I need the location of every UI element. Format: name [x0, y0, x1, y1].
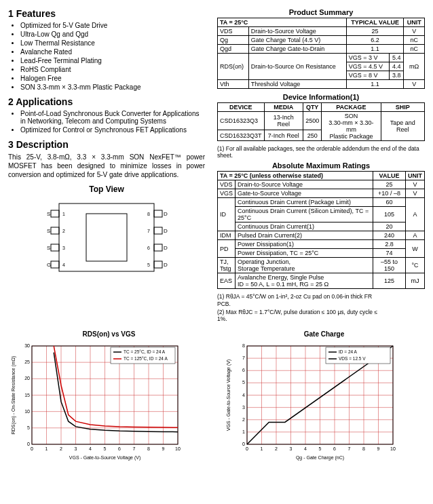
chart-rdson-title: RDS(on) vs VGS [8, 330, 210, 338]
topview-label: Top View [8, 185, 205, 194]
am-param: Power Dissipation, TC = 25°C [236, 249, 373, 258]
ps-param: Drain-to-Source Voltage [248, 27, 346, 36]
am-param: Drain-to-Source Voltage [236, 180, 373, 189]
features-list: Optimized for 5-V Gate Drive Ultra-Low Q… [20, 22, 205, 91]
svg-text:Qg - Gate Charge (nC): Qg - Gate Charge (nC) [296, 455, 344, 461]
am-param: Continuous Drain Current (Silicon Limite… [236, 207, 373, 222]
svg-text:S: S [47, 211, 50, 217]
svg-text:3: 3 [242, 405, 245, 410]
svg-text:6: 6 [242, 368, 245, 372]
svg-rect-16 [154, 227, 162, 234]
di-head-ship: SHIP [381, 103, 424, 112]
svg-text:RDS(on) - On-State Resistance : RDS(on) - On-State Resistance (mΩ) [11, 356, 16, 435]
svg-text:TC = 25°C, ID = 24 A: TC = 25°C, ID = 24 A [124, 349, 166, 354]
svg-text:15: 15 [24, 393, 30, 398]
ps-unit: V [404, 27, 425, 36]
device-info-table: DEVICE MEDIA QTY PACKAGE SHIP CSD16323Q3… [217, 102, 425, 141]
svg-text:4: 4 [242, 393, 245, 398]
ps-cond-v: VGS = 8 V [346, 71, 389, 80]
svg-text:1: 1 [242, 429, 245, 434]
ps-param: Threshold Voltage [248, 80, 346, 89]
am-param: Gate-to-Source Voltage [236, 189, 373, 198]
application-item: Optimized for Control or Synchronous FET… [20, 126, 205, 134]
ps-col-unit: UNIT [404, 18, 425, 27]
feature-item: SON 3.3-mm × 3.3-mm Plastic Package [20, 83, 205, 91]
svg-text:10: 10 [175, 446, 181, 451]
applications-heading: 2 Applications [8, 96, 205, 107]
abs-max-note2: (2) Max RθJC = 1.7°C/W, pulse duration ≤… [217, 309, 425, 322]
svg-text:D: D [164, 211, 168, 217]
abs-max-note1: (1) RθJA = 45°C/W on 1-in², 2-oz Cu pad … [217, 293, 425, 307]
svg-text:5: 5 [147, 263, 150, 267]
device-info-note: (1) For all available packages, see the … [217, 145, 425, 159]
svg-text:1: 1 [45, 446, 48, 451]
topview-diagram: S S S G 12 34 D D D D 87 65 [45, 197, 168, 278]
am-val: –55 to 150 [373, 258, 406, 273]
am-sym: EAS [218, 273, 236, 289]
svg-text:2: 2 [242, 417, 245, 422]
am-val: 2.8 [373, 240, 406, 249]
am-sym: TJ, Tstg [218, 258, 236, 273]
ps-val: 1.1 [346, 80, 404, 89]
am-sym: IDM [218, 231, 236, 240]
svg-text:5: 5 [104, 446, 107, 451]
svg-rect-20 [154, 261, 162, 268]
am-unit: A [405, 198, 424, 231]
feature-item: Low Thermal Resistance [20, 39, 205, 47]
svg-text:5: 5 [27, 425, 30, 430]
di-media: 13-Inch Reel [264, 112, 303, 130]
ps-param: Drain-to-Source On Resistance [248, 54, 346, 80]
applications-list: Point-of-Load Synchronous Buck Converter… [20, 110, 205, 134]
di-pkg: SON 3.30-mm × 3.30-mm Plastic Package [322, 112, 381, 141]
svg-text:D: D [164, 262, 168, 268]
svg-text:8: 8 [362, 446, 365, 451]
am-val: 60 [373, 198, 406, 207]
ps-cond: TA = 25°C [218, 18, 347, 27]
svg-rect-14 [154, 210, 162, 217]
feature-item: Ultra-Low Qg and Qgd [20, 31, 205, 38]
di-head-media: MEDIA [264, 103, 303, 112]
di-dev: CSD16323Q3 [218, 112, 265, 130]
svg-text:D: D [164, 245, 168, 251]
ps-unit: mΩ [404, 54, 425, 80]
chart-rdson: 012345678910051015202530VGS - Gate-to-So… [8, 339, 185, 461]
svg-text:0: 0 [246, 446, 248, 451]
am-param: Continuous Drain Current(1) [236, 222, 373, 231]
svg-text:2: 2 [60, 446, 62, 451]
ps-unit: V [404, 80, 425, 89]
abs-max-title: Absolute Maximum Ratings [217, 161, 425, 170]
svg-text:VDS = 12.5 V: VDS = 12.5 V [339, 356, 366, 361]
svg-text:20: 20 [24, 376, 30, 381]
feature-item: RoHS Compliant [20, 66, 205, 73]
ps-sym: Qg [218, 36, 249, 45]
svg-text:9: 9 [377, 446, 380, 451]
svg-text:2: 2 [62, 229, 65, 233]
ps-unit: nC [404, 45, 425, 54]
ps-param: Gate Charge Total (4.5 V) [248, 36, 346, 45]
svg-text:7: 7 [133, 446, 136, 451]
svg-text:2: 2 [275, 446, 278, 451]
svg-text:VGS - Gate-to-Source Voltage (: VGS - Gate-to-Source Voltage (V) [226, 360, 231, 431]
svg-text:G: G [47, 262, 51, 268]
svg-text:4: 4 [304, 446, 307, 451]
am-val: 74 [373, 249, 406, 258]
di-qty: 2500 [303, 112, 322, 130]
am-param: Continuous Drain Current (Package Limit) [236, 198, 373, 207]
am-unit: V [405, 180, 424, 189]
am-param: Avalanche Energy, Single Pulse ID = 50 A… [236, 273, 373, 289]
svg-rect-8 [51, 261, 59, 268]
feature-item: Avalanche Rated [20, 48, 205, 56]
am-unit: W [405, 240, 424, 258]
ps-cond-v: VGS = 4.5 V [346, 62, 389, 71]
svg-text:8: 8 [147, 212, 150, 216]
svg-text:8: 8 [147, 446, 150, 451]
svg-text:10: 10 [24, 409, 30, 414]
svg-rect-6 [51, 244, 59, 251]
svg-rect-113 [326, 347, 390, 364]
abs-max-table: TA = 25°C (unless otherwise stated) VALU… [217, 171, 425, 289]
svg-text:7: 7 [147, 229, 150, 233]
product-summary-title: Product Summary [217, 8, 425, 16]
ps-sym: Qgd [218, 45, 249, 54]
ps-val: 25 [346, 27, 404, 36]
di-head-qty: QTY [303, 103, 322, 112]
